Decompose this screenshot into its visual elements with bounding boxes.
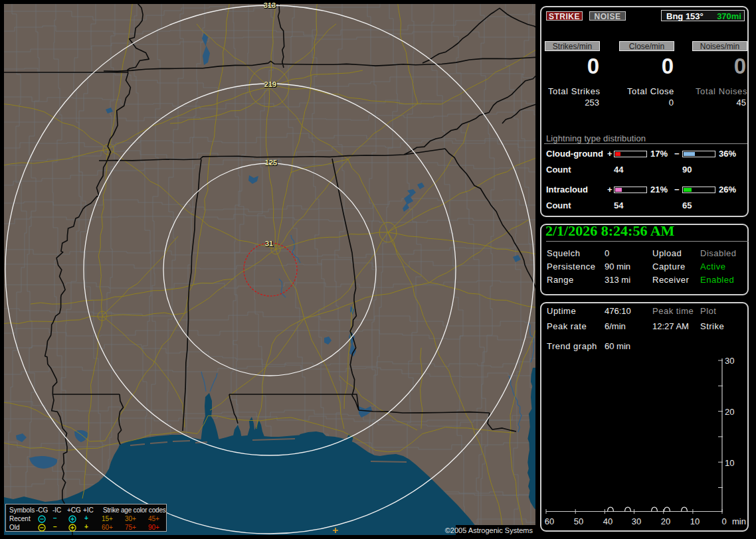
svg-text:40: 40 (603, 516, 613, 526)
svg-text:20: 20 (661, 516, 670, 526)
svg-text:10: 10 (690, 516, 700, 526)
svg-text:30: 30 (632, 516, 641, 526)
svg-text:min: min (732, 516, 746, 526)
svg-text:50: 50 (574, 516, 583, 526)
svg-text:30: 30 (725, 356, 734, 366)
svg-text:0: 0 (721, 516, 726, 526)
svg-text:20: 20 (725, 407, 734, 417)
svg-text:10: 10 (725, 458, 734, 468)
svg-text:60: 60 (545, 516, 554, 526)
